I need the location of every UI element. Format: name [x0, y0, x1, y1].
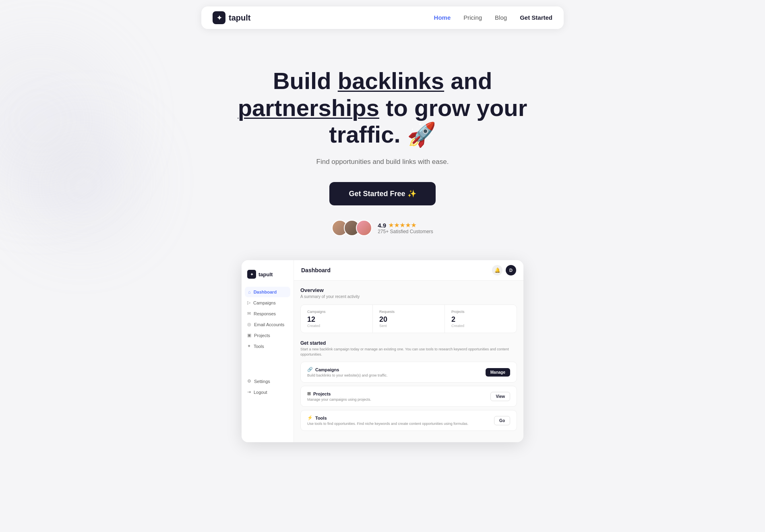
social-proof-text: 4.9 ★★★★★ 275+ Satisfied Customers: [378, 222, 433, 234]
stat-requests-label: Requests: [379, 310, 438, 314]
projects-card-left: ⊞ Projects Manage your campaigns using p…: [307, 391, 371, 402]
logout-icon: ⇥: [247, 389, 251, 395]
stat-projects-value: 2: [451, 315, 510, 324]
stat-campaigns-value: 12: [307, 315, 366, 324]
nav-link-pricing[interactable]: Pricing: [463, 14, 482, 21]
tools-icon: ✦: [247, 344, 251, 349]
sidebar-item-projects[interactable]: ▣ Projects: [242, 330, 294, 341]
campaigns-card-left: 🔗 Campaigns Build backlinks to your webs…: [307, 367, 387, 377]
sidebar-label-email-accounts: Email Accounts: [254, 322, 284, 327]
sidebar-item-responses[interactable]: ✉ Responses: [242, 308, 294, 319]
stars: ★★★★★: [389, 222, 417, 228]
campaigns-card-icon: 🔗: [307, 367, 313, 372]
sidebar-item-email-accounts[interactable]: ◎ Email Accounts: [242, 319, 294, 330]
overview-title: Overview: [300, 287, 517, 293]
dashboard-icon: ⌂: [248, 290, 251, 294]
stat-projects: Projects 2 Created: [445, 305, 517, 333]
stat-projects-sub: Created: [451, 324, 510, 328]
logo-text: tapult: [229, 13, 250, 23]
campaigns-card-desc: Build backlinks to your website(s) and g…: [307, 373, 387, 377]
projects-card-desc: Manage your campaigns using projects.: [307, 397, 371, 402]
hero-subtitle: Find opportunities and build links with …: [8, 158, 757, 166]
sidebar-label-responses: Responses: [254, 311, 276, 316]
stat-requests: Requests 20 Sent: [373, 305, 445, 333]
get-started-title: Get started: [300, 340, 517, 346]
tools-card-desc: Use tools to find opportunities. Find ni…: [307, 422, 468, 426]
sidebar-item-settings[interactable]: ⚙ Settings: [242, 376, 294, 387]
nav-links: Home Pricing Blog Get Started: [434, 14, 552, 21]
sidebar-label-campaigns: Campaigns: [253, 300, 276, 305]
get-started-section: Get started Start a new backlink campaig…: [300, 340, 517, 431]
projects-card: ⊞ Projects Manage your campaigns using p…: [300, 386, 517, 407]
dashboard-preview: ✦ tapult ⌂ Dashboard ▷ Campaigns ✉ Respo…: [0, 260, 765, 466]
hero-section: Build backlinks and partnerships to grow…: [0, 35, 765, 260]
nav-logo[interactable]: ✦ tapult: [213, 11, 250, 24]
settings-icon: ⚙: [247, 379, 251, 384]
topbar-title: Dashboard: [301, 267, 331, 273]
hero-cta-button[interactable]: Get Started Free ✨: [329, 182, 435, 205]
sidebar-label-logout: Logout: [254, 390, 267, 395]
tools-card-title: Tools: [315, 416, 327, 420]
navbar: ✦ tapult Home Pricing Blog Get Started: [0, 0, 765, 35]
stat-campaigns-label: Campaigns: [307, 310, 366, 314]
sidebar-logo-text: tapult: [258, 271, 273, 277]
hero-title: Build backlinks and partnerships to grow…: [229, 68, 536, 148]
hero-title-backlinks: backlinks: [338, 68, 444, 94]
stat-requests-value: 20: [379, 315, 438, 324]
sidebar-label-tools: Tools: [254, 344, 264, 349]
rating-row: 4.9 ★★★★★: [378, 222, 433, 229]
tools-card-icon: ⚡: [307, 415, 313, 420]
avatar-3: [356, 220, 372, 236]
topbar-actions: 🔔 D: [492, 265, 516, 275]
social-proof: 4.9 ★★★★★ 275+ Satisfied Customers: [8, 220, 757, 236]
logo-icon: ✦: [213, 11, 225, 24]
projects-card-title: Projects: [313, 391, 331, 396]
rating-value: 4.9: [378, 222, 386, 229]
dashboard-sidebar: ✦ tapult ⌂ Dashboard ▷ Campaigns ✉ Respo…: [242, 260, 294, 442]
customers-text: 275+ Satisfied Customers: [378, 229, 433, 234]
hero-title-partnerships: partnerships: [238, 95, 379, 121]
stat-campaigns: Campaigns 12 Created: [301, 305, 373, 333]
stat-projects-label: Projects: [451, 310, 510, 314]
sidebar-label-settings: Settings: [254, 379, 270, 384]
sidebar-logo-icon: ✦: [247, 270, 256, 279]
overview-subtitle: A summary of your recent activity: [300, 294, 517, 299]
campaigns-card-title: Campaigns: [315, 367, 339, 372]
stat-campaigns-sub: Created: [307, 324, 366, 328]
get-started-subtitle: Start a new backlink campaign today or m…: [300, 347, 517, 357]
responses-icon: ✉: [247, 311, 251, 316]
dashboard-topbar: Dashboard 🔔 D: [294, 260, 523, 281]
projects-card-icon: ⊞: [307, 391, 311, 396]
projects-view-button[interactable]: View: [490, 392, 510, 401]
tools-card-left: ⚡ Tools Use tools to find opportunities.…: [307, 415, 468, 426]
nav-link-blog[interactable]: Blog: [495, 14, 507, 21]
stats-row: Campaigns 12 Created Requests 20 Sent Pr…: [300, 304, 517, 333]
tools-go-button[interactable]: Go: [494, 416, 510, 425]
nav-link-home[interactable]: Home: [434, 14, 451, 21]
sidebar-item-campaigns[interactable]: ▷ Campaigns: [242, 297, 294, 308]
campaigns-card: 🔗 Campaigns Build backlinks to your webs…: [300, 362, 517, 383]
user-avatar-button[interactable]: D: [506, 265, 516, 275]
campaigns-icon: ▷: [247, 300, 250, 305]
email-accounts-icon: ◎: [247, 322, 251, 327]
sidebar-item-dashboard[interactable]: ⌂ Dashboard: [245, 287, 290, 297]
campaigns-manage-button[interactable]: Manage: [486, 368, 510, 377]
sidebar-label-projects: Projects: [254, 333, 270, 338]
tools-card: ⚡ Tools Use tools to find opportunities.…: [300, 410, 517, 431]
sidebar-label-dashboard: Dashboard: [254, 290, 277, 294]
sidebar-logo: ✦ tapult: [242, 267, 294, 287]
sidebar-item-tools[interactable]: ✦ Tools: [242, 341, 294, 352]
dashboard-content: Overview A summary of your recent activi…: [294, 281, 523, 442]
dashboard-card: ✦ tapult ⌂ Dashboard ▷ Campaigns ✉ Respo…: [242, 260, 523, 442]
notification-button[interactable]: 🔔: [492, 265, 502, 275]
avatar-group: [332, 220, 372, 236]
dashboard-main: Dashboard 🔔 D Overview A summary of your…: [294, 260, 523, 442]
stat-requests-sub: Sent: [379, 324, 438, 328]
projects-icon: ▣: [247, 333, 251, 338]
sidebar-item-logout[interactable]: ⇥ Logout: [242, 387, 294, 397]
nav-link-get-started[interactable]: Get Started: [520, 14, 552, 21]
